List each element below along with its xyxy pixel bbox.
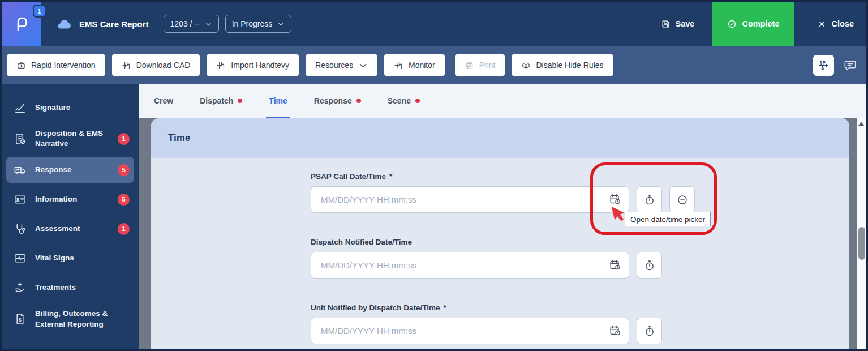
tab-crew[interactable]: Crew	[151, 84, 176, 118]
resources-dropdown-button[interactable]: Resources	[306, 54, 377, 76]
item-badge: 1	[118, 223, 130, 235]
signature-icon	[14, 101, 27, 114]
tab-response[interactable]: Response	[311, 84, 364, 118]
section-header: Time	[151, 118, 849, 158]
treatment-hand-icon	[14, 281, 27, 294]
current-time-button[interactable]	[637, 318, 662, 344]
save-floppy-icon	[661, 19, 671, 29]
date-input-wrap	[311, 252, 629, 279]
sidebar-item-label: Billing, Outcomes & External Reporting	[35, 309, 120, 329]
scroll-up-arrow[interactable]	[858, 122, 864, 126]
sidebar-item-signature[interactable]: Signature	[6, 95, 134, 121]
notification-badge: 1	[33, 5, 46, 18]
report-number-value: 1203 / --	[170, 19, 200, 28]
time-section-panel: Time PSAP Call Date/Time *	[151, 118, 849, 349]
calendar-clock-icon[interactable]	[609, 193, 621, 206]
save-label: Save	[676, 19, 695, 28]
status-value: In Progress	[232, 19, 273, 28]
import-document-icon	[394, 61, 403, 70]
form-panel-zone: Time PSAP Call Date/Time *	[139, 118, 866, 349]
import-document-icon	[216, 61, 226, 70]
sidebar-nav: Signature Disposition & EMS Narrative 1 …	[2, 84, 139, 349]
sidebar-item-response[interactable]: Response 5	[6, 157, 134, 183]
sidebar-item-disposition-ems-narrative[interactable]: Disposition & EMS Narrative 1	[6, 124, 134, 153]
field-label: Dispatch Notified Date/Time	[311, 238, 849, 246]
sidebar-item-billing-outcomes-external-reporting[interactable]: $ Billing, Outcomes & External Reporting	[6, 304, 134, 333]
printer-icon	[465, 61, 474, 70]
import-handtevy-button[interactable]: Import Handtevy	[207, 54, 299, 76]
item-badge: 5	[118, 164, 130, 176]
current-time-button[interactable]	[637, 252, 662, 279]
tab-label: Scene	[388, 96, 411, 105]
sidebar-item-label: Signature	[35, 102, 120, 113]
calendar-clock-icon[interactable]	[609, 259, 621, 271]
document-check-icon	[14, 132, 27, 145]
tab-dispatch[interactable]: Dispatch	[197, 84, 245, 118]
field-label-text: Dispatch Notified Date/Time	[311, 238, 412, 246]
error-dot	[356, 99, 361, 103]
field-label: Unit Notified by Dispatch Date/Time *	[311, 303, 849, 312]
ems-care-report-window: 1 EMS Care Report 1203 / -- In Progress …	[0, 0, 868, 351]
button-label: Print	[479, 61, 496, 70]
tab-scene[interactable]: Scene	[385, 84, 423, 118]
psap-call-datetime-input[interactable]	[311, 186, 629, 213]
field-label-text: Unit Notified by Dispatch Date/Time	[311, 303, 440, 312]
tab-label: Response	[314, 96, 352, 105]
clear-value-button[interactable]	[669, 186, 695, 213]
sidebar-item-assessment[interactable]: Assessment 1	[6, 216, 134, 242]
date-input-wrap	[311, 186, 629, 213]
unit-notified-datetime-input[interactable]	[311, 318, 629, 344]
header-bar: 1 EMS Care Report 1203 / -- In Progress …	[2, 2, 866, 46]
sidebar-item-label: Vital Signs	[35, 253, 120, 263]
chevron-down-icon	[277, 20, 285, 28]
vitals-monitor-icon	[14, 252, 27, 265]
import-document-icon	[122, 61, 131, 70]
sidebar-item-vital-signs[interactable]: Vital Signs	[6, 245, 134, 271]
billing-document-icon: $	[14, 313, 27, 326]
section-title: Time	[168, 132, 190, 144]
tab-label: Crew	[154, 96, 173, 105]
first-due-logo-icon	[12, 14, 31, 33]
section-body: PSAP Call Date/Time *	[151, 158, 849, 344]
dispatch-notified-datetime-field: Dispatch Notified Date/Time	[311, 238, 849, 279]
chat-bubble-icon	[843, 58, 857, 72]
workflow-timeline-button[interactable]	[813, 55, 834, 76]
sidebar-item-label: Information	[35, 194, 109, 204]
svg-text:$: $	[19, 317, 22, 323]
comments-button[interactable]	[843, 58, 857, 72]
disable-hide-rules-button[interactable]: Disable Hide Rules	[512, 54, 613, 76]
id-card-icon	[14, 193, 27, 206]
tab-time[interactable]: Time	[266, 84, 290, 118]
close-button[interactable]: Close	[805, 2, 867, 46]
vertical-scrollbar[interactable]	[857, 118, 866, 349]
current-time-button[interactable]	[637, 186, 662, 213]
calendar-clock-icon[interactable]	[609, 324, 621, 337]
scrollbar-thumb[interactable]	[858, 227, 865, 260]
sidebar-item-treatments[interactable]: Treatments	[6, 275, 134, 301]
save-button[interactable]: Save	[648, 2, 707, 46]
app-logo[interactable]: 1	[2, 2, 41, 46]
button-label: Import Handtevy	[231, 61, 289, 70]
close-x-icon	[817, 19, 827, 29]
item-badge: 5	[118, 194, 130, 206]
sidebar-item-label: Disposition & EMS Narrative	[35, 129, 109, 149]
unit-notified-datetime-field: Unit Notified by Dispatch Date/Time *	[311, 303, 849, 344]
rapid-intervention-button[interactable]: Rapid Intervention	[7, 54, 105, 76]
action-toolbar: Rapid Intervention Download CAD Import H…	[2, 46, 866, 84]
complete-button[interactable]: Complete	[712, 2, 794, 46]
complete-label: Complete	[742, 19, 779, 28]
sidebar-item-information[interactable]: Information 5	[6, 186, 134, 212]
input-row	[311, 186, 849, 213]
required-asterisk: *	[444, 303, 446, 312]
stopwatch-icon	[643, 259, 656, 272]
field-label-text: PSAP Call Date/Time	[311, 172, 386, 181]
dispatch-notified-datetime-input[interactable]	[311, 252, 629, 279]
report-number-dropdown[interactable]: 1203 / --	[164, 15, 219, 33]
print-button[interactable]: Print	[455, 54, 505, 76]
download-cad-button[interactable]: Download CAD	[112, 54, 200, 76]
status-dropdown[interactable]: In Progress	[225, 15, 292, 33]
close-label: Close	[832, 19, 854, 28]
stethoscope-icon	[14, 222, 27, 236]
monitor-button[interactable]: Monitor	[384, 54, 445, 76]
app-title: EMS Care Report	[79, 19, 149, 29]
